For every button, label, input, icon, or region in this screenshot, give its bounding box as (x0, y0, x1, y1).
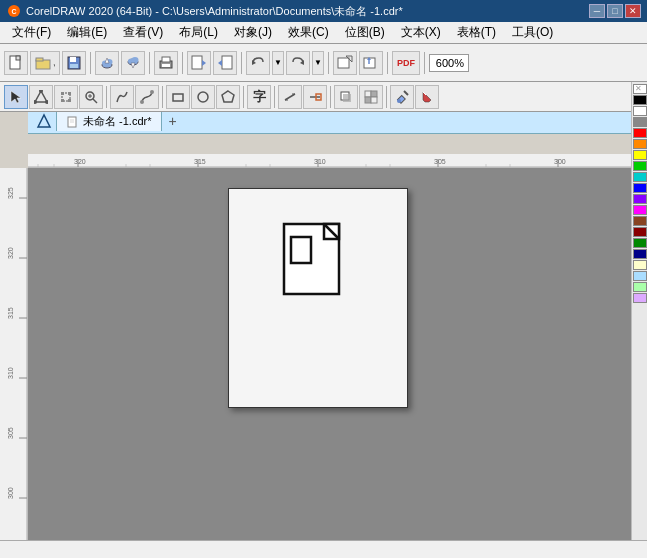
color-swatch-green[interactable] (633, 161, 647, 171)
undo-button[interactable] (246, 51, 270, 75)
color-swatch-darkblue[interactable] (633, 249, 647, 259)
color-swatch-lightblue[interactable] (633, 271, 647, 281)
svg-rect-62 (365, 97, 371, 103)
svg-text:310: 310 (7, 367, 14, 379)
color-swatch-yellow[interactable] (633, 150, 647, 160)
menu-bitmap[interactable]: 位图(B) (337, 22, 393, 43)
redo-button[interactable] (286, 51, 310, 75)
toolbar-sep-1 (90, 52, 91, 74)
tab-doc1[interactable]: 未命名 -1.cdr* (56, 111, 162, 131)
svg-text:320: 320 (7, 247, 14, 259)
color-swatch-lightgreen[interactable] (633, 282, 647, 292)
undo-dropdown-button[interactable]: ▼ (272, 51, 284, 75)
svg-rect-6 (36, 58, 43, 61)
color-swatch-orange[interactable] (633, 139, 647, 149)
shape-edit-tool[interactable] (29, 85, 53, 109)
color-swatch-lightpurple[interactable] (633, 293, 647, 303)
polygon-tool[interactable] (216, 85, 240, 109)
eyedropper-tool[interactable] (390, 85, 414, 109)
svg-text:305: 305 (7, 427, 14, 439)
svg-text:325: 325 (7, 187, 14, 199)
svg-rect-43 (68, 99, 71, 102)
svg-marker-25 (218, 60, 222, 66)
menu-tools[interactable]: 工具(O) (504, 22, 561, 43)
menu-object[interactable]: 对象(J) (226, 22, 280, 43)
pdf-label: PDF (397, 58, 415, 68)
canvas-area[interactable] (28, 168, 647, 558)
save-button[interactable] (62, 51, 86, 75)
main-toolbar: ▼ ▼ ▼ PDF 6 (0, 44, 647, 82)
svg-rect-40 (61, 92, 64, 95)
import-button[interactable] (187, 51, 211, 75)
svg-rect-60 (365, 91, 371, 97)
color-swatch-blue[interactable] (633, 183, 647, 193)
menu-edit[interactable]: 编辑(E) (59, 22, 115, 43)
menu-layout[interactable]: 布局(L) (171, 22, 226, 43)
tools-sep-6 (386, 86, 387, 108)
menu-effects[interactable]: 效果(C) (280, 22, 337, 43)
pdf-button[interactable]: PDF (392, 51, 420, 75)
menu-view[interactable]: 查看(V) (115, 22, 171, 43)
svg-text:315: 315 (7, 307, 14, 319)
cloud-download-button[interactable] (121, 51, 145, 75)
toolbar-sep-6 (387, 52, 388, 74)
export-button[interactable] (213, 51, 237, 75)
minimize-button[interactable]: ─ (589, 4, 605, 18)
svg-text:305: 305 (434, 158, 446, 165)
maximize-button[interactable]: □ (607, 4, 623, 18)
text-tool[interactable]: 字 (247, 85, 271, 109)
tools-sep-1 (106, 86, 107, 108)
svg-marker-18 (131, 63, 135, 68)
ellipse-tool[interactable] (191, 85, 215, 109)
select-tool[interactable] (4, 85, 28, 109)
color-swatch-cyan[interactable] (633, 172, 647, 182)
svg-rect-24 (222, 56, 232, 69)
color-swatch-none[interactable]: ✕ (633, 84, 647, 94)
title-text: CorelDRAW 2020 (64-Bit) - C:\Users\Admin… (26, 4, 589, 19)
cloud-upload-button[interactable] (95, 51, 119, 75)
svg-marker-34 (11, 91, 21, 103)
svg-rect-22 (192, 56, 202, 69)
color-swatch-pink[interactable] (633, 205, 647, 215)
color-swatch-red[interactable] (633, 128, 647, 138)
svg-line-53 (285, 94, 295, 100)
menu-table[interactable]: 表格(T) (449, 22, 504, 43)
bezier-tool[interactable] (135, 85, 159, 109)
color-swatch-black[interactable] (633, 95, 647, 105)
close-button[interactable]: ✕ (625, 4, 641, 18)
toolbar-sep-7 (424, 52, 425, 74)
new-button[interactable] (4, 51, 28, 75)
color-swatch-darkgreen[interactable] (633, 238, 647, 248)
color-swatch-lightyellow[interactable] (633, 260, 647, 270)
menu-file[interactable]: 文件(F) (4, 22, 59, 43)
menu-text[interactable]: 文本(X) (393, 22, 449, 43)
dimension-tool[interactable] (278, 85, 302, 109)
transparency-tool[interactable] (359, 85, 383, 109)
rect-tool[interactable] (166, 85, 190, 109)
color-swatch-gray[interactable] (633, 117, 647, 127)
color-swatch-purple[interactable] (633, 194, 647, 204)
fill-tool[interactable] (415, 85, 439, 109)
freehand-tool[interactable] (110, 85, 134, 109)
svg-line-64 (404, 91, 408, 95)
redo-dropdown-button[interactable]: ▼ (312, 51, 324, 75)
shadow-tool[interactable] (334, 85, 358, 109)
export-doc-button[interactable] (359, 51, 383, 75)
zoom-tool[interactable] (79, 85, 103, 109)
right-color-panel: ✕ (631, 82, 647, 558)
svg-rect-21 (162, 57, 170, 62)
svg-rect-4 (16, 56, 20, 60)
add-tab-button[interactable]: + (162, 111, 182, 131)
zoom-level[interactable]: 600% (429, 54, 469, 72)
svg-rect-61 (371, 91, 377, 97)
svg-rect-59 (343, 94, 351, 102)
color-swatch-darkred[interactable] (633, 227, 647, 237)
connector-tool[interactable] (303, 85, 327, 109)
tab-doc1-label: 未命名 -1.cdr* (83, 114, 151, 129)
print-button[interactable] (154, 51, 178, 75)
color-swatch-brown[interactable] (633, 216, 647, 226)
transform-tool[interactable] (54, 85, 78, 109)
color-swatch-white[interactable] (633, 106, 647, 116)
import-doc-button[interactable] (333, 51, 357, 75)
open-button[interactable]: ▼ (30, 51, 60, 75)
